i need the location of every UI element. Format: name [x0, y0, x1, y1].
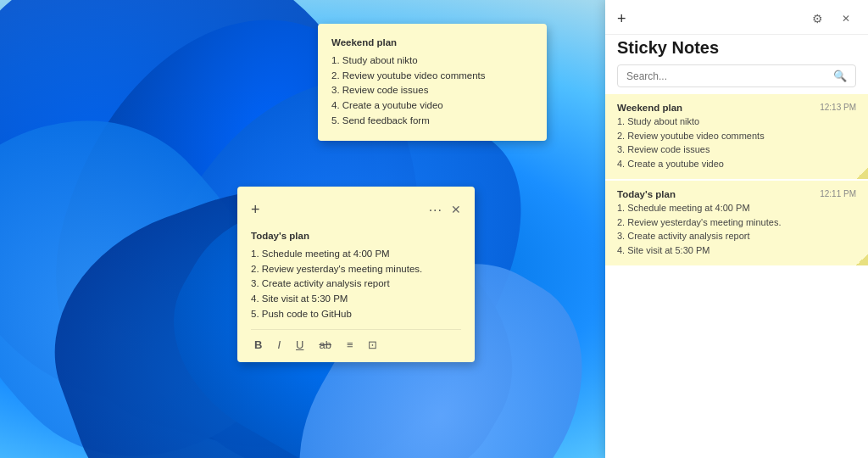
- note-content-weekend: 1. Study about nikto 2. Review youtube v…: [617, 114, 856, 170]
- note-corner-fold-2: [856, 254, 868, 265]
- list-item: 2. Review yesterday's meeting minutes.: [251, 262, 461, 277]
- list-item: 1. Study about nikto: [331, 53, 533, 69]
- sticky-note-today-content: Today's plan 1. Schedule meeting at 4:00…: [251, 229, 461, 322]
- panel-note-item-today[interactable]: 12:11 PM Today's plan 1. Schedule meetin…: [605, 181, 868, 265]
- list-item: 2. Review youtube video comments: [617, 129, 856, 143]
- list-item: 4. Create a youtube video: [331, 98, 533, 114]
- sticky-note-today[interactable]: + ··· ✕ Today's plan 1. Schedule meeting…: [237, 187, 475, 362]
- list-item: 1. Schedule meeting at 4:00 PM: [617, 201, 856, 215]
- panel-add-button[interactable]: +: [617, 10, 626, 28]
- list-item: 3. Create activity analysis report: [251, 276, 461, 292]
- panel-title: Sticky Notes: [605, 35, 868, 64]
- panel-header-icons: ⚙ ✕: [807, 8, 856, 29]
- settings-icon[interactable]: ⚙: [807, 8, 827, 29]
- list-item: 5. Send feedback form: [331, 114, 533, 129]
- list-item: 4. Create a youtube video: [617, 157, 856, 171]
- underline-button[interactable]: U: [292, 335, 307, 355]
- list-item: 2. Review yesterday's meeting minutes.: [617, 215, 856, 230]
- sticky-note-weekend[interactable]: Weekend plan 1. Study about nikto 2. Rev…: [318, 24, 547, 141]
- note-time-weekend: 12:13 PM: [820, 103, 856, 112]
- search-icon: 🔍: [833, 70, 847, 82]
- close-panel-icon[interactable]: ✕: [836, 8, 856, 29]
- notes-list: 12:13 PM Weekend plan 1. Study about nik…: [605, 94, 868, 458]
- list-item: 2. Review youtube video comments: [331, 69, 533, 84]
- list-item: 3. Review code issues: [331, 83, 533, 98]
- sticky-note-today-title: Today's plan: [251, 229, 461, 244]
- panel-search-bar[interactable]: 🔍: [617, 64, 856, 87]
- add-note-icon[interactable]: +: [251, 198, 260, 222]
- sticky-mid-header-left: +: [251, 198, 260, 222]
- note-content-today: 1. Schedule meeting at 4:00 PM 2. Review…: [617, 201, 856, 257]
- list-item: 3. Review code issues: [617, 142, 856, 157]
- bold-button[interactable]: B: [251, 335, 265, 355]
- list-item: 5. Push code to GitHub: [251, 307, 461, 322]
- sticky-note-weekend-title: Weekend plan: [331, 36, 533, 51]
- list-item: 3. Create activity analysis report: [617, 229, 856, 243]
- note-corner-fold: [856, 167, 868, 179]
- more-options-icon[interactable]: ···: [429, 200, 442, 221]
- sticky-mid-header: + ··· ✕: [251, 198, 461, 222]
- list-button[interactable]: ≡: [343, 335, 357, 355]
- image-button[interactable]: ⊡: [364, 335, 381, 355]
- formatting-toolbar: B I U ab ≡ ⊡: [251, 329, 461, 355]
- panel-header: + ⚙ ✕: [605, 0, 868, 35]
- list-item: 4. Site visit at 5:30 PM: [617, 243, 856, 258]
- close-note-icon[interactable]: ✕: [451, 201, 461, 220]
- list-item: 1. Schedule meeting at 4:00 PM: [251, 247, 461, 262]
- list-item: 1. Study about nikto: [617, 114, 856, 129]
- search-input[interactable]: [626, 70, 828, 82]
- note-time-today: 12:11 PM: [820, 189, 856, 198]
- sticky-note-weekend-content: 1. Study about nikto 2. Review youtube v…: [331, 53, 533, 129]
- list-item: 4. Site visit at 5:30 PM: [251, 292, 461, 307]
- panel-note-item-weekend[interactable]: 12:13 PM Weekend plan 1. Study about nik…: [605, 94, 868, 179]
- sticky-notes-panel: + ⚙ ✕ Sticky Notes 🔍 12:13 PM Weekend pl…: [605, 0, 868, 458]
- strikethrough-button[interactable]: ab: [315, 335, 334, 355]
- italic-button[interactable]: I: [274, 335, 284, 355]
